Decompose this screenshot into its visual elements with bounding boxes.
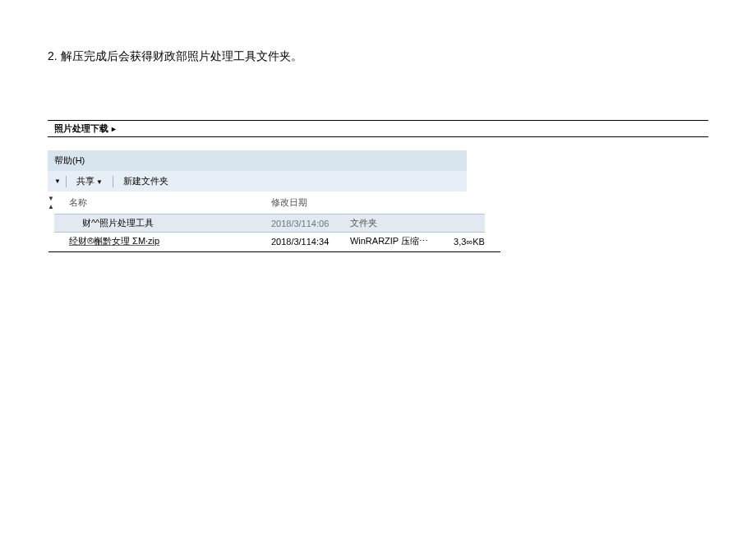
sort-down-icon: ▼ [48,195,54,203]
column-headers: 名称 修改日期 [54,191,485,214]
help-menu[interactable]: 帮助(H) [54,155,85,165]
col-date[interactable]: 修改日期 [271,196,350,209]
file-name: 财^^照片处理工具 [69,217,271,229]
breadcrumb-bar: 照片处理下载 ► [48,120,708,137]
explorer-window: 帮助(H) ▼ 共享▼ 新建文件夹 ▼ ▲ 名称 修改日期 [48,150,467,250]
new-folder-button[interactable]: 新建文件夹 [118,175,173,187]
col-name[interactable]: 名称 [69,196,271,209]
file-type: WinRARZIP 压缩⋯ [350,235,444,247]
organize-dropdown-icon[interactable]: ▼ [54,178,61,185]
toolbar: ▼ 共享▼ 新建文件夹 [48,171,467,191]
instruction-text: 2. 解压完成后会获得财政部照片处理工具文件夹。 [48,49,708,64]
list-item[interactable]: 经财®槲黔女理 ΣM·zip 2018/3/114:34 WinRARZIP 压… [54,233,485,250]
separator [66,176,67,187]
sort-indicator: ▼ ▲ [48,191,54,250]
list-item[interactable]: 财^^照片处理工具 2018/3/114:06 文件夹 [54,214,485,233]
sort-up-icon: ▲ [48,203,54,211]
share-button[interactable]: 共享▼ [71,175,108,187]
separator [113,176,113,187]
file-date: 2018/3/114:34 [271,237,350,247]
file-type: 文件夹 [350,217,444,229]
file-name: 经财®槲黔女理 ΣM·zip [69,235,271,247]
chevron-down-icon: ▼ [96,178,103,186]
divider [48,251,500,252]
breadcrumb-label: 照片处理下载 [54,122,108,135]
chevron-right-icon: ► [110,125,118,133]
col-type[interactable] [350,196,444,209]
file-date: 2018/3/114:06 [271,219,350,228]
breadcrumb[interactable]: 照片处理下载 ► [48,121,708,136]
col-size[interactable] [444,196,485,209]
menubar: 帮助(H) [48,150,467,171]
file-size: 3,3∞KB [444,237,485,247]
